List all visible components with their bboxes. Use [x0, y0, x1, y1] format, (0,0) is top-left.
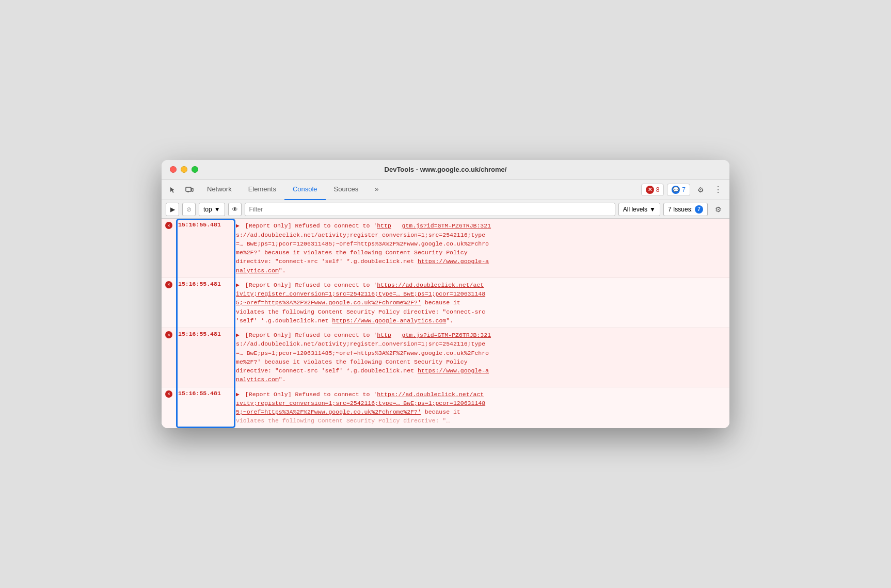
device-icon-btn[interactable]	[182, 183, 197, 197]
error-circle-icon: ✕	[165, 222, 172, 229]
cursor-icon-btn[interactable]	[166, 183, 180, 197]
toolbar-right: ✕ 8 💬 7 ⚙ ⋮	[641, 183, 725, 197]
close-button[interactable]	[170, 166, 177, 173]
info-badge-btn[interactable]: 💬 7	[667, 184, 690, 196]
console-gear-icon: ⚙	[715, 205, 722, 214]
svg-rect-0	[186, 187, 191, 191]
eye-icon: 👁	[232, 206, 238, 213]
play-icon: ▶	[170, 206, 175, 213]
error-icon: ✕	[646, 186, 654, 194]
dropdown-arrow-icon: ▼	[214, 206, 220, 213]
tab-network[interactable]: Network	[199, 179, 240, 200]
analytics-link-2[interactable]: https://www.google-analytics.com	[332, 317, 446, 324]
tab-sources[interactable]: Sources	[326, 179, 367, 200]
filter-input[interactable]	[245, 203, 615, 216]
gear-icon: ⚙	[697, 186, 704, 194]
tab-more[interactable]: »	[367, 179, 387, 200]
source-link-2c[interactable]: 5;~oref=https%3A%2F%2Fwww.google.co.uk%2…	[236, 299, 421, 306]
source-link-4[interactable]: https://ad.doubleclick.net/act	[377, 391, 484, 398]
play-button[interactable]: ▶	[166, 203, 179, 216]
cursor-icon	[169, 186, 177, 193]
expand-arrow-icon[interactable]: ▶	[236, 221, 240, 230]
log-entry: ✕ 15:16:55.481 ▶ [Report Only] Refused t…	[162, 278, 729, 328]
analytics-link-3b[interactable]: nalytics.com	[236, 376, 279, 383]
error-icon-col: ✕	[162, 278, 176, 328]
issues-button[interactable]: 7 Issues: 7	[663, 203, 708, 216]
console-settings-button[interactable]: ⚙	[711, 202, 725, 217]
source-link-3[interactable]: http	[377, 332, 391, 338]
levels-dropdown-arrow: ▼	[649, 206, 656, 213]
stop-button[interactable]: ⊘	[182, 203, 196, 216]
titlebar: DevTools - www.google.co.uk/chrome/	[162, 160, 729, 179]
log-entry: ✕ 15:16:55.481 ▶ [Report Only] Refused t…	[162, 219, 729, 278]
maximize-button[interactable]	[192, 166, 198, 173]
levels-dropdown[interactable]: All levels ▼	[618, 203, 660, 216]
expand-arrow-icon[interactable]: ▶	[236, 390, 240, 399]
devtools-window: DevTools - www.google.co.uk/chrome/ Netw…	[162, 160, 729, 428]
context-dropdown[interactable]: top ▼	[199, 203, 225, 216]
console-output: ✕ 15:16:55.481 ▶ [Report Only] Refused t…	[162, 219, 729, 428]
source-link-4b[interactable]: ivity;register_conversion=1;src=2542116;…	[236, 400, 485, 406]
log-message: ▶ [Report Only] Refused to connect to 'h…	[233, 219, 729, 277]
error-circle-icon: ✕	[165, 390, 172, 398]
more-button[interactable]: ⋮	[711, 183, 725, 197]
svg-rect-1	[192, 188, 193, 191]
tab-console[interactable]: Console	[284, 179, 326, 200]
window-title: DevTools - www.google.co.uk/chrome/	[385, 166, 507, 173]
error-badge-btn[interactable]: ✕ 8	[641, 184, 664, 196]
traffic-lights	[170, 166, 198, 173]
settings-button[interactable]: ⚙	[693, 183, 708, 197]
minimize-button[interactable]	[181, 166, 187, 173]
expand-arrow-icon[interactable]: ▶	[236, 281, 240, 289]
source-link[interactable]: http	[377, 222, 391, 229]
error-icon-col: ✕	[162, 219, 176, 277]
timestamp: 15:16:55.481	[176, 219, 233, 277]
source-link-2b[interactable]: ivity;register_conversion=1;src=2542116;…	[236, 290, 485, 297]
device-icon	[185, 186, 194, 193]
timestamp: 15:16:55.481	[176, 278, 233, 328]
issues-count-icon: 7	[695, 205, 703, 214]
error-icon-col: ✕	[162, 387, 176, 428]
analytics-link-1[interactable]: https://www.google-a	[418, 258, 489, 265]
log-entry: ✕ 15:16:55.481 ▶ [Report Only] Refused t…	[162, 328, 729, 387]
analytics-link-1b[interactable]: nalytics.com	[236, 267, 279, 274]
eye-button[interactable]: 👁	[228, 203, 242, 216]
stop-icon: ⊘	[186, 206, 192, 213]
main-toolbar: Network Elements Console Sources » ✕ 8 💬	[162, 179, 729, 200]
tab-bar: Network Elements Console Sources »	[199, 179, 639, 200]
log-message: ▶ [Report Only] Refused to connect to 'h…	[233, 328, 729, 387]
more-icon: ⋮	[714, 185, 722, 194]
console-toolbar: ▶ ⊘ top ▼ 👁 All levels ▼ 7 Issues: 7 ⚙	[162, 200, 729, 219]
info-icon: 💬	[672, 186, 680, 194]
analytics-link-3[interactable]: https://www.google-a	[418, 367, 489, 374]
timestamp: 15:16:55.481	[176, 328, 233, 387]
expand-arrow-icon[interactable]: ▶	[236, 331, 240, 339]
file-link[interactable]: gtm.js?id=GTM-PZ6TRJB:321	[402, 222, 491, 229]
tab-elements[interactable]: Elements	[240, 179, 284, 200]
error-circle-icon: ✕	[165, 331, 172, 338]
file-link-3[interactable]: gtm.js?id=GTM-PZ6TRJB:321	[402, 332, 491, 338]
error-circle-icon: ✕	[165, 281, 172, 288]
log-entry: ✕ 15:16:55.481 ▶ [Report Only] Refused t…	[162, 387, 729, 428]
error-icon-col: ✕	[162, 328, 176, 387]
timestamp: 15:16:55.481	[176, 387, 233, 428]
source-link-2[interactable]: https://ad.doubleclick.net/act	[377, 282, 484, 288]
log-message: ▶ [Report Only] Refused to connect to 'h…	[233, 278, 729, 328]
source-link-4c[interactable]: 5;~oref=https%3A%2F%2Fwww.google.co.uk%2…	[236, 409, 421, 415]
log-message: ▶ [Report Only] Refused to connect to 'h…	[233, 387, 729, 428]
